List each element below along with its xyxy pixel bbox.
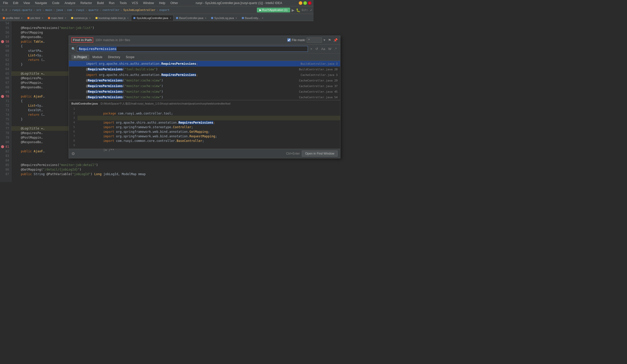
settings-button[interactable]: ⚙: [71, 151, 75, 156]
breadcrumb-ruoyi[interactable]: ruoyi: [76, 8, 84, 12]
menu-other[interactable]: Other: [169, 1, 179, 5]
find-dialog-header: Find in Path 100+ matches in 16+ files F…: [69, 36, 314, 44]
result-file-4: CacheController.java 29: [299, 79, 314, 82]
sep5: ›: [64, 8, 66, 12]
line-68: 68: [0, 85, 11, 90]
run-button[interactable]: ▶: [292, 8, 294, 12]
search-input-display[interactable]: RequiresPermissions: [77, 46, 308, 52]
line-number-gutter: 54 55 56 57 58 59 60 61 62 63 64 65 66 6…: [0, 21, 11, 182]
tab-bar: profile.html × job.html × main.html × co…: [0, 14, 314, 21]
sep10: ›: [156, 8, 159, 12]
breadcrumb-com[interactable]: com: [67, 8, 72, 12]
tab-scope[interactable]: Scope: [123, 55, 137, 60]
preview-line-1: 1: [69, 107, 75, 111]
tab-label-job: job.html: [30, 16, 40, 20]
result-row-7[interactable]: @RequiresPermissions("monitor:cache:view…: [69, 94, 314, 100]
tab-sysjoblogmodel[interactable]: SysJobLog.java ×: [209, 15, 239, 21]
file-mask-checkbox-wrap[interactable]: File mask: ▼: [287, 38, 314, 43]
file-mask-checkbox[interactable]: [287, 38, 291, 42]
line-84: 84: [0, 158, 11, 163]
tab-close-common[interactable]: ×: [89, 17, 91, 20]
breadcrumb-controller[interactable]: controller: [103, 8, 119, 12]
find-dialog-title: Find in Path: [73, 38, 92, 42]
window-controls[interactable]: − □ ×: [299, 1, 311, 5]
menu-view[interactable]: View: [22, 1, 31, 5]
menu-refactor[interactable]: Refactor: [80, 1, 93, 5]
result-file-2: BuildController.java 20: [299, 68, 314, 71]
tab-main-html[interactable]: main.html ×: [46, 15, 69, 21]
code-line-87: public String @PathVariable("jobLogId") …: [11, 172, 314, 176]
minimize-button[interactable]: −: [299, 1, 302, 5]
toolbar: 0.0 › ruoyi-quartz › src › main › java ›…: [0, 6, 314, 14]
preview-code-3: import org.apache.shiro.authz.annotation…: [77, 116, 314, 120]
breadcrumb-main[interactable]: main: [45, 8, 52, 12]
menu-run[interactable]: Run: [108, 1, 116, 5]
menu-navigate[interactable]: Navigate: [34, 1, 48, 5]
preview-line-9: 9: [69, 143, 75, 148]
search-query-text: RequiresPermissions: [79, 47, 117, 51]
sep6: ›: [73, 8, 75, 12]
preview-file-name: BuildController.java: [71, 102, 98, 105]
tab-close-baseentity[interactable]: ×: [262, 17, 263, 20]
open-in-find-window-button[interactable]: Open in Find Window: [302, 151, 314, 157]
menu-window[interactable]: Window: [142, 1, 155, 5]
tab-basecontroller[interactable]: BaseController.java ×: [174, 15, 209, 21]
tab-close-basecontroller[interactable]: ×: [205, 17, 206, 20]
preview-line-2: 2: [69, 111, 75, 116]
preview-line-4: 4: [69, 120, 75, 125]
code-line-86: @GetMapping("/detail/{jobLogId}"): [11, 167, 314, 172]
menu-bar[interactable]: File Edit View Navigate Code Analyze Ref…: [2, 1, 179, 5]
tab-common-js[interactable]: common.js ×: [69, 15, 93, 21]
tab-module[interactable]: Module: [90, 55, 105, 60]
tab-profile-html[interactable]: profile.html ×: [1, 15, 25, 21]
file-mask-input[interactable]: [307, 38, 314, 43]
line-61: 61: [0, 53, 11, 58]
menu-tools[interactable]: Tools: [119, 1, 128, 5]
tab-job-html[interactable]: job.html ×: [25, 15, 45, 21]
menu-help[interactable]: Help: [158, 1, 166, 5]
line-63: 63: [0, 62, 11, 67]
line-65: 65: [0, 71, 11, 76]
menu-vcs[interactable]: VCS: [131, 1, 139, 5]
result-file-7: CacheController.java 54: [299, 96, 314, 99]
run-app-button[interactable]: ▶ RuoYiApplication (1): [257, 8, 290, 12]
line-75: 75: [0, 117, 11, 122]
breadcrumb-class[interactable]: SysJobLogController: [123, 8, 155, 12]
tab-close-job[interactable]: ×: [42, 17, 43, 20]
tab-sysjoblog[interactable]: SysJobLogController.java ×: [131, 15, 174, 21]
tab-close-bootstrap[interactable]: ×: [127, 17, 129, 20]
tab-close-sysjoblogmodel[interactable]: ×: [236, 17, 237, 20]
preview-gutter: 1 2 3 4 5 6 7 8 9: [69, 107, 76, 148]
line-60: 60: [0, 48, 11, 53]
tab-directory[interactable]: Directory: [105, 55, 123, 60]
menu-file[interactable]: File: [2, 1, 9, 5]
git-check-button[interactable]: ✓: [310, 8, 312, 12]
breadcrumb-quartz[interactable]: quartz: [88, 8, 99, 12]
code-line-84: [11, 158, 314, 163]
tab-in-project[interactable]: In Project: [71, 55, 89, 60]
breadcrumb-method[interactable]: export: [159, 8, 169, 12]
tab-close-main[interactable]: ×: [65, 17, 66, 20]
line-80: 80: [0, 140, 11, 144]
window-title: ruoyi - SysJobLogController.java [ruoyi-…: [179, 1, 299, 5]
tab-baseentity[interactable]: BaseEntity... ×: [240, 15, 266, 21]
preview-code-9: |≡ /**: [77, 143, 314, 148]
maximize-button[interactable]: □: [303, 1, 307, 5]
tab-bootstrap[interactable]: bootstrap-table-tree.js ×: [93, 15, 131, 21]
menu-analyze[interactable]: Analyze: [64, 1, 76, 5]
clear-search-button[interactable]: ×: [309, 46, 314, 51]
line-81: 81: [0, 144, 11, 149]
find-results-list[interactable]: import org.apache.shiro.authz.annotation…: [69, 61, 314, 100]
result-file-5: CacheController.java 37: [299, 85, 314, 88]
close-button[interactable]: ×: [308, 1, 311, 5]
breadcrumb-src[interactable]: src: [36, 8, 41, 12]
menu-edit[interactable]: Edit: [12, 1, 19, 5]
project-badge: 0.0: [1, 8, 8, 12]
debug-button[interactable]: 🐛: [296, 8, 300, 12]
menu-code[interactable]: Code: [51, 1, 60, 5]
breadcrumb-project[interactable]: ruoyi-quartz: [12, 8, 32, 12]
tab-close-sysjoblog[interactable]: ×: [170, 17, 171, 20]
tab-close-profile[interactable]: ×: [21, 17, 23, 20]
menu-build[interactable]: Build: [96, 1, 105, 5]
breadcrumb-java[interactable]: java: [56, 8, 63, 12]
